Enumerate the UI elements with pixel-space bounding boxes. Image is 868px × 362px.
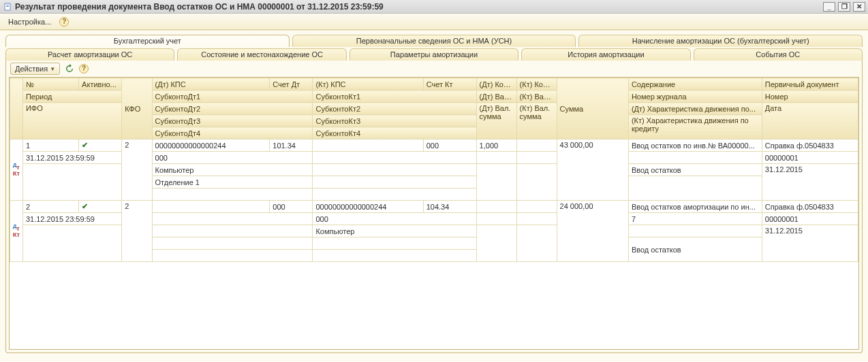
cell-kt-qty xyxy=(516,201,557,213)
close-button[interactable]: ✕ xyxy=(853,2,865,12)
settings-menu[interactable]: Настройка... xyxy=(4,16,55,27)
help-icon[interactable]: ? xyxy=(59,17,69,27)
col-doc-num[interactable]: Номер xyxy=(762,90,858,103)
col-dt-kps[interactable]: (Дт) КПС xyxy=(152,78,270,90)
cell-dt-val xyxy=(476,152,516,164)
col-sub-dt3[interactable]: СубконтоДт3 xyxy=(152,115,313,127)
col-sum[interactable]: Сумма xyxy=(557,78,628,139)
tab-raschet-amort[interactable]: Расчет амортизации ОС xyxy=(5,48,174,61)
col-doc[interactable]: Первичный документ xyxy=(762,78,858,90)
tab-param-amort[interactable]: Параметры амортизации xyxy=(350,48,518,61)
col-sub-dt2[interactable]: СубконтоДт2 xyxy=(152,103,313,115)
cell-sub-kt3 xyxy=(313,237,476,250)
col-journal[interactable]: Номер журнала xyxy=(628,90,762,103)
cell-dt-char: Ввод остатков xyxy=(628,164,762,176)
cell-sub-dt1: 000 xyxy=(152,152,313,164)
col-sub-dt4[interactable]: СубконтоДт4 xyxy=(152,127,313,139)
window-title: Результат проведения документа Ввод оста… xyxy=(15,2,384,12)
cell-doc-date: 31.12.2015 xyxy=(762,225,858,262)
cell-doc: Справка ф.0504833 xyxy=(762,139,858,152)
col-dt-qty[interactable]: (Дт) Коли... xyxy=(476,78,516,90)
tab-bukh-uchet[interactable]: Бухгалтерский учет xyxy=(5,35,290,47)
cell-dt-acct: 000 xyxy=(270,201,313,213)
check-icon: ✔ xyxy=(82,141,88,149)
tab-panel: Действия ▼ ? № Акти xyxy=(5,61,863,353)
cell-doc-num: 00000001 xyxy=(762,213,858,225)
cell-sub-dt4 xyxy=(152,250,313,262)
maximize-button[interactable]: ❐ xyxy=(838,2,850,12)
col-num[interactable]: № xyxy=(22,78,78,90)
cell-sum: 24 000,00 xyxy=(557,201,628,262)
cell-kt-char xyxy=(628,176,762,201)
col-ifo[interactable]: ИФО xyxy=(22,103,121,139)
tab-nach-amort[interactable]: Начисление амортизации ОС (бухгалтерский… xyxy=(578,35,863,47)
cell-dt-qty: 1,000 xyxy=(476,139,516,152)
cell-journal xyxy=(628,152,762,164)
minimize-button[interactable]: _ xyxy=(823,2,835,12)
cell-sub-kt1 xyxy=(313,152,476,164)
panel-help-icon[interactable]: ? xyxy=(79,64,89,73)
cell-kt-valsum xyxy=(516,225,557,262)
col-kt-valsum[interactable]: (Кт) Вал. сумма xyxy=(516,103,557,139)
col-sub-kt1[interactable]: СубконтоКт1 xyxy=(313,90,476,103)
cell-sub-kt4 xyxy=(313,188,476,201)
table-row[interactable]: ДтКт 1 ✔ 2 00000000000000244 101.34 000 … xyxy=(10,139,858,152)
table-row[interactable]: ДтКт 2 ✔ 2 000 00000000000000244 104.34 … xyxy=(10,201,858,213)
col-period[interactable]: Период xyxy=(22,90,121,103)
cell-sub-dt2: Компьютер xyxy=(152,164,313,176)
cell-sub-kt4 xyxy=(313,250,476,262)
cell-sub-kt2: Компьютер xyxy=(313,225,476,237)
refresh-icon[interactable] xyxy=(64,63,75,74)
tab-container: Бухгалтерский учет Первоначальные сведен… xyxy=(0,31,868,61)
cell-dt-kps xyxy=(152,201,270,213)
col-sub-kt4[interactable]: СубконтоКт4 xyxy=(313,127,476,139)
cell-sub-kt3 xyxy=(313,176,476,188)
tab-sostoyanie[interactable]: Состояние и местонахождение ОС xyxy=(177,48,346,61)
col-dt-val[interactable]: (Дт) Валю... xyxy=(476,90,516,103)
col-kt-qty[interactable]: (Кт) Коли... xyxy=(516,78,557,90)
window-titlebar: Результат проведения документа Ввод оста… xyxy=(0,0,868,14)
cell-kfo: 2 xyxy=(122,139,152,201)
cell-sub-dt3: Отделение 1 xyxy=(152,176,313,188)
cell-sub-dt4 xyxy=(152,188,313,201)
col-kt-acct[interactable]: Счет Кт xyxy=(423,78,476,90)
cell-period: 31.12.2015 23:59:59 xyxy=(22,213,121,225)
cell-dt-val xyxy=(476,213,516,225)
grid-body: ДтКт 1 ✔ 2 00000000000000244 101.34 000 … xyxy=(10,139,858,262)
col-kt-char[interactable]: (Кт) Характеристика движения по кредиту xyxy=(628,115,762,139)
actions-button[interactable]: Действия ▼ xyxy=(10,63,60,75)
cell-sub-dt3 xyxy=(152,237,313,250)
col-dt-acct[interactable]: Счет Дт xyxy=(270,78,313,90)
cell-ifo xyxy=(22,164,121,201)
col-sub-dt1[interactable]: СубконтоДт1 xyxy=(152,90,313,103)
col-content[interactable]: Содержание xyxy=(628,78,762,90)
col-kt-kps[interactable]: (Кт) КПС xyxy=(313,78,423,90)
cell-sum: 43 000,00 xyxy=(557,139,628,201)
tab-istoriya-amort[interactable]: История амортизации xyxy=(521,48,690,61)
col-doc-date[interactable]: Дата xyxy=(762,103,858,139)
tab-perv-sved[interactable]: Первоначальные сведения ОС и НМА (УСН) xyxy=(292,35,576,47)
cell-dt-char xyxy=(628,225,762,237)
cell-kt-acct: 000 xyxy=(423,139,476,152)
col-sub-kt3[interactable]: СубконтоКт3 xyxy=(313,115,476,127)
col-kt-val[interactable]: (Кт) Валю... xyxy=(516,90,557,103)
col-dt-char[interactable]: (Дт) Характеристика движения по... xyxy=(628,103,762,115)
cell-kt-acct: 104.34 xyxy=(423,201,476,213)
cell-num: 1 xyxy=(22,139,78,152)
col-active[interactable]: Активно... xyxy=(79,78,122,90)
cell-ifo xyxy=(22,225,121,262)
cell-sub-kt1: 000 xyxy=(313,213,476,225)
col-marker[interactable] xyxy=(10,78,23,139)
col-dt-valsum[interactable]: (Дт) Вал. сумма xyxy=(476,103,516,139)
data-grid[interactable]: № Активно... КФО (Дт) КПС Счет Дт (Кт) К… xyxy=(9,77,859,350)
client-area: Бухгалтерский учет Первоначальные сведен… xyxy=(0,30,868,362)
svg-rect-2 xyxy=(6,6,9,7)
col-sub-kt2[interactable]: СубконтоКт2 xyxy=(313,103,476,115)
cell-kt-qty xyxy=(516,139,557,152)
cell-content: Ввод остатков по инв.№ ВА00000... xyxy=(628,139,762,152)
cell-doc-date: 31.12.2015 xyxy=(762,164,858,201)
cell-kt-val xyxy=(516,213,557,225)
col-kfo[interactable]: КФО xyxy=(122,78,152,139)
cell-dt-valsum xyxy=(476,225,516,262)
tab-sobytiya[interactable]: События ОС xyxy=(694,48,863,61)
